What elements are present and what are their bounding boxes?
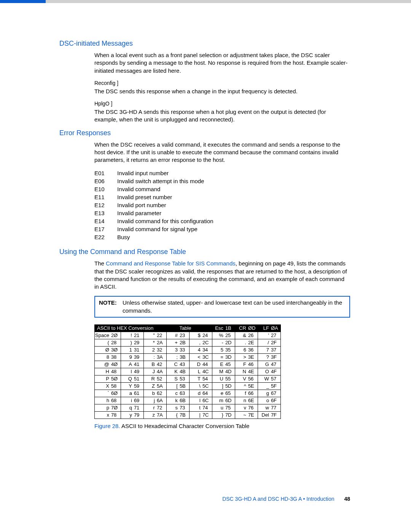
ascii-char: y	[121, 411, 133, 419]
ascii-header-row: ASCII to HEX ConversionTableEsc1BCRØDLFØ…	[95, 324, 281, 332]
ascii-hex: 3D	[225, 353, 235, 361]
ascii-header-hex: ØA	[270, 324, 281, 332]
ascii-hex: 2Ø	[110, 332, 121, 339]
ascii-char: n	[235, 397, 247, 404]
ascii-header-left: ASCII to HEX Conversion	[95, 324, 179, 332]
ascii-char: w	[258, 404, 270, 411]
ascii-row: H48I49J4AK4BL4CM4DN4EO4F	[95, 368, 281, 375]
ascii-hex: 7B	[179, 411, 190, 419]
ascii-char: U	[212, 375, 225, 382]
ascii-hex: 5Ø	[110, 375, 121, 382]
ascii-char: M	[212, 368, 225, 375]
ascii-hex: 7F	[270, 411, 281, 419]
ascii-hex: 73	[179, 404, 190, 411]
error-code: E13	[94, 209, 117, 217]
ascii-hex: 38	[110, 353, 121, 361]
ascii-char: 3	[167, 346, 179, 353]
ascii-char: h	[95, 397, 110, 404]
ascii-table-container: ASCII to HEX ConversionTableEsc1BCRØDLFØ…	[94, 324, 350, 419]
ascii-char: Z	[144, 382, 156, 390]
ascii-hex: 67	[270, 390, 281, 397]
footer-doc-title: DSC 3G-HD A and DSC HD-3G A • Introducti…	[222, 496, 334, 502]
ascii-char: "	[144, 332, 156, 339]
ascii-char: i	[121, 397, 133, 404]
ascii-char: ^	[235, 382, 247, 390]
ascii-hex: 65	[225, 390, 235, 397]
ascii-char: |	[190, 411, 202, 419]
ascii-char: I	[121, 368, 133, 375]
ascii-char: !	[121, 332, 133, 339]
ascii-char: f	[235, 390, 247, 397]
ascii-char: >	[235, 353, 247, 361]
command-response-table-link[interactable]: Command and Response Table for SIS Comma…	[106, 260, 236, 267]
ascii-char: %	[212, 332, 225, 339]
figure-caption-text: ASCII to Hexadecimal Character Conversio…	[121, 423, 250, 429]
ascii-char: 4	[190, 346, 202, 353]
error-code: E22	[94, 233, 117, 241]
error-row: E11Invalid preset number	[94, 193, 216, 201]
ascii-hex: 5C	[202, 382, 212, 390]
ascii-hex: 6F	[270, 397, 281, 404]
ascii-char: T	[190, 375, 202, 382]
error-description: Invalid parameter	[117, 209, 216, 217]
ascii-char: s	[167, 404, 179, 411]
note-label: NOTE:	[99, 299, 123, 315]
ascii-hex: 3F	[270, 353, 281, 361]
ascii-char: X	[95, 382, 110, 390]
ascii-hex: 4C	[202, 368, 212, 375]
ascii-hex: 25	[225, 332, 235, 339]
ascii-hex: 6C	[202, 397, 212, 404]
ascii-hex: 78	[110, 411, 121, 419]
ascii-hex-table: ASCII to HEX ConversionTableEsc1BCRØDLFØ…	[94, 324, 281, 419]
ascii-hex: 6B	[179, 397, 190, 404]
ascii-char: m	[212, 397, 225, 404]
ascii-char: b	[144, 390, 156, 397]
ascii-char: Y	[121, 382, 133, 390]
error-code: E10	[94, 185, 117, 193]
ascii-header-char: CR	[235, 324, 247, 332]
ascii-hex: 64	[202, 390, 212, 397]
ascii-row: X58Y59Z5A[5B\5C]5D^5E_5F	[95, 382, 281, 390]
page-content: DSC-initiated Messages When a local even…	[0, 3, 411, 513]
ascii-char: 5	[212, 346, 225, 353]
ascii-char: #	[167, 332, 179, 339]
using-prefix: The	[94, 260, 106, 267]
ascii-hex: 5D	[225, 382, 235, 390]
error-description: Busy	[117, 233, 216, 241]
ascii-char: _	[258, 382, 270, 390]
ascii-header-right: Table	[179, 324, 212, 332]
ascii-char: ?	[258, 353, 270, 361]
ascii-row: h68i69j6Ak6Bl6Cm6Dn6Eo6F	[95, 397, 281, 404]
ascii-header-hex: 1B	[225, 324, 235, 332]
ascii-char: ;	[167, 353, 179, 361]
ascii-hex: 23	[179, 332, 190, 339]
ascii-char: S	[167, 375, 179, 382]
ascii-char: g	[258, 390, 270, 397]
ascii-hex: 52	[156, 375, 167, 382]
ascii-char: q	[121, 404, 133, 411]
ascii-hex: 37	[270, 346, 281, 353]
ascii-hex: 28	[110, 339, 121, 346]
ascii-char: o	[258, 397, 270, 404]
error-row: E22Busy	[94, 233, 216, 241]
ascii-hex: 2F	[270, 339, 281, 346]
ascii-char: `	[95, 390, 110, 397]
ascii-hex: 7A	[156, 411, 167, 419]
ascii-hex: 54	[202, 375, 212, 382]
ascii-hex: 2D	[225, 339, 235, 346]
ascii-char: P	[95, 375, 110, 382]
ascii-char: v	[235, 404, 247, 411]
error-codes-table: E01Invalid input numberE06Invalid switch…	[94, 169, 216, 241]
top-accent-bar	[0, 0, 411, 3]
ascii-hex: 39	[133, 353, 144, 361]
ascii-char: [	[167, 382, 179, 390]
ascii-hex: 43	[179, 361, 190, 368]
ascii-char: F	[235, 361, 247, 368]
ascii-hex: 59	[133, 382, 144, 390]
ascii-hex: 31	[133, 346, 144, 353]
ascii-char: 6	[235, 346, 247, 353]
ascii-hex: 3A	[156, 353, 167, 361]
ascii-hex: 36	[247, 346, 258, 353]
ascii-hex: 4B	[179, 368, 190, 375]
ascii-hex: 7C	[202, 411, 212, 419]
